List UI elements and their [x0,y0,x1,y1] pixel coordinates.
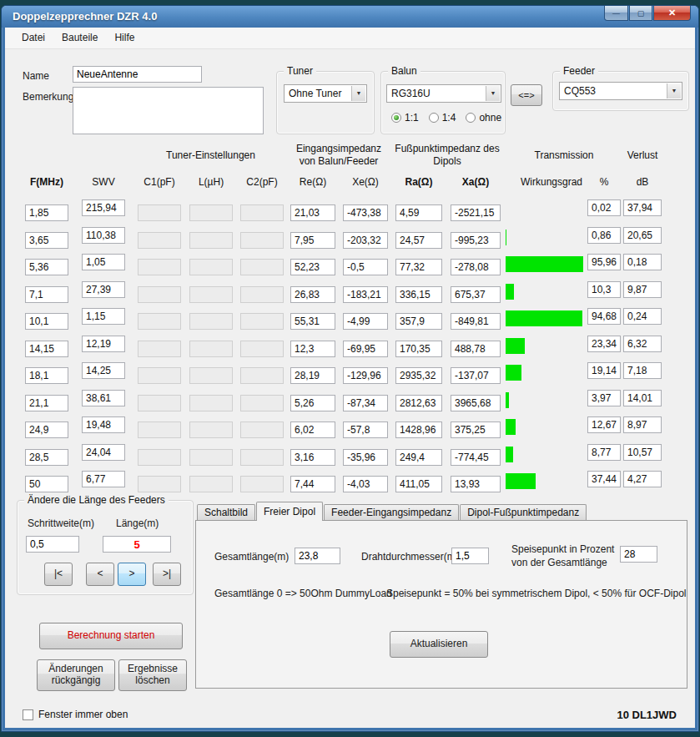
update-button[interactable]: Aktualisieren [390,631,488,658]
l-field [189,449,233,466]
feeder-select[interactable]: CQ553 ▼ [559,82,682,100]
re-value: 7,95 [290,232,335,249]
l-field [189,476,233,492]
xe-value: -57,8 [343,422,388,438]
remark-textarea[interactable] [73,87,264,134]
efficiency-bar-fill [506,338,525,354]
always-on-top-checkbox[interactable] [23,709,33,720]
swap-balun-feeder-button[interactable]: <=> [511,84,542,106]
group-header-eingangsimpedanz: Eingangsimpedanz von Balun/Feeder [289,143,389,168]
loss-db-value: 8,97 [623,416,662,433]
minimize-icon: — [612,9,620,18]
menu-hilfe[interactable]: Hilfe [106,28,143,48]
c2-field [240,422,284,438]
c1-field [138,313,181,330]
c2-field [240,367,284,384]
last-button[interactable]: >| [153,563,181,586]
chevron-down-icon[interactable]: ▼ [486,86,500,101]
first-button[interactable]: |< [44,563,73,586]
efficiency-bar [506,202,587,218]
table-row: 18,1 14,25 28,19 -129,96 2935,32 -137,07… [5,362,695,390]
swv-value: 14,25 [82,362,125,379]
frequency-input[interactable]: 21,1 [25,395,68,411]
previous-button[interactable]: < [86,563,114,586]
radio-ratio-1-1[interactable]: 1:1 [391,112,419,124]
frequency-input[interactable]: 24,9 [25,422,68,438]
frequency-input[interactable]: 5,36 [25,259,68,275]
frequency-input[interactable]: 28,5 [25,449,68,466]
frequency-input[interactable]: 14,15 [25,341,68,357]
radio-ratio-1-4[interactable]: 1:4 [429,112,456,124]
xa-value: -2521,15 [451,204,501,221]
step-input[interactable] [26,536,79,553]
efficiency-percent-value: 0,86 [587,227,621,244]
feedpoint-input[interactable] [620,546,657,563]
start-calculation-button[interactable]: Berechnung starten [39,623,183,649]
l-field [189,422,233,438]
efficiency-percent-value: 94,68 [587,308,621,325]
maximize-button[interactable]: ▢ [629,6,652,21]
col-header-swv: SWV [82,176,125,188]
swv-value: 24,04 [82,444,125,461]
titlebar[interactable]: Doppelzepprechner DZR 4.0 — ▢ ✕ [2,6,698,28]
swv-value: 6,77 [82,471,125,487]
tab-schaltbild[interactable]: Schaltbild [197,504,255,520]
chevron-down-icon[interactable]: ▼ [667,83,681,98]
efficiency-percent-value: 19,14 [587,362,621,379]
radio-dot-icon [429,113,439,123]
efficiency-percent-value: 23,34 [587,336,621,352]
swv-value: 27,39 [82,281,125,298]
frequency-input[interactable]: 10,1 [25,313,68,330]
menu-bauteile[interactable]: Bauteile [53,28,106,48]
undo-changes-button[interactable]: Änderungen rückgängig [37,659,115,691]
ra-value: 1428,96 [395,422,442,438]
l-field [189,286,233,303]
loss-db-value: 4,27 [623,471,662,487]
always-on-top-label: Fenster immer oben [38,709,128,720]
col-header-ra: Ra(Ω) [395,176,442,188]
re-value: 7,44 [290,476,335,492]
frequency-input[interactable]: 3,65 [25,232,68,249]
tab-feeder-eingangsimpedanz[interactable]: Feeder-Eingangsimpedanz [324,504,459,520]
efficiency-bar-fill [506,230,506,245]
swv-value: 1,05 [82,254,125,270]
tuner-select[interactable]: Ohne Tuner ▼ [284,84,367,103]
c1-field [138,367,181,384]
wire-diameter-input[interactable] [451,548,489,564]
tab-dipol-fusspunktimpedanz[interactable]: Dipol-Fußpunktimpedanz [460,504,587,520]
efficiency-percent-value: 3,97 [587,390,621,406]
tab-panel-freier-dipol: Gesamtlänge(m) Drahtdurchmesser(mm) Spei… [195,520,687,689]
next-button[interactable]: > [118,563,146,586]
antenna-name-input[interactable] [73,66,202,83]
table-row: 5,36 1,05 52,23 -0,5 77,32 -278,08 95,96… [5,254,695,281]
close-button[interactable]: ✕ [653,6,691,21]
table-row: 3,65 110,38 7,95 -203,32 24,57 -995,23 0… [5,227,695,255]
ra-value: 2812,63 [395,395,442,411]
total-length-input[interactable] [295,548,340,564]
radio-label: 1:1 [405,112,419,124]
efficiency-percent-value: 10,3 [587,281,621,298]
xa-value: -849,81 [451,313,501,330]
clear-results-button[interactable]: Ergebnisse löschen [118,659,187,691]
efficiency-bar [506,284,587,300]
re-value: 3,16 [290,449,335,466]
frequency-input[interactable]: 50 [25,476,68,492]
balun-select[interactable]: RG316U ▼ [386,84,501,103]
tuner-selected-value: Ohne Tuner [289,88,341,99]
radio-ratio-ohne[interactable]: ohne [466,112,501,124]
length-input[interactable] [103,536,171,553]
minimize-button[interactable]: — [604,6,628,21]
efficiency-bar [506,447,587,462]
frequency-input[interactable]: 18,1 [25,367,68,384]
menu-datei[interactable]: Datei [13,28,53,48]
group-header-fusspunktimpedanz: Fußpunktimpedanz des Dipols [392,143,502,168]
frequency-input[interactable]: 1,85 [25,204,68,221]
frequency-input[interactable]: 7,1 [25,286,68,303]
c1-field [138,341,181,357]
menubar: Datei Bauteile Hilfe [5,28,695,49]
tab-freier-dipol[interactable]: Freier Dipol [256,502,323,521]
chevron-down-icon[interactable]: ▼ [351,86,365,101]
tuner-groupbox: Tuner Ohne Tuner ▼ [276,71,375,134]
window-controls: — ▢ ✕ [603,6,691,21]
loss-db-value: 20,65 [623,227,662,244]
